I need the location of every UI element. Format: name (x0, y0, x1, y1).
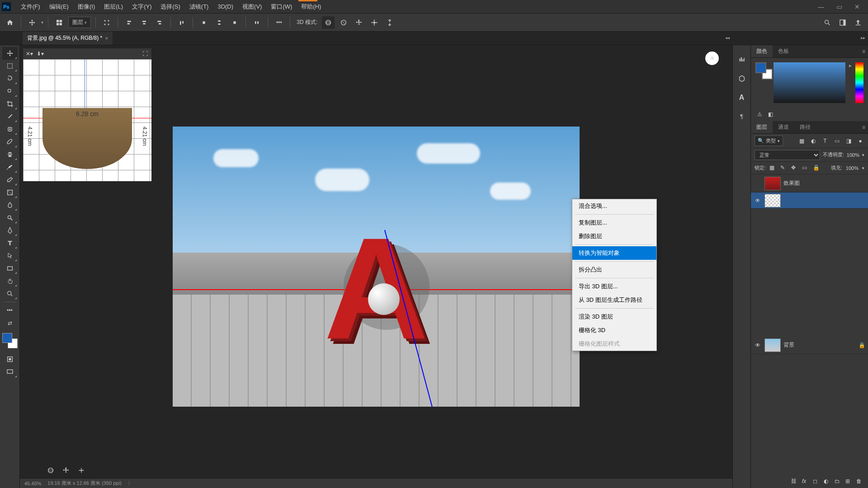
color-field[interactable] (774, 62, 845, 103)
path-select-tool[interactable] (2, 249, 18, 262)
warning-icon[interactable]: ⚠ (755, 110, 764, 118)
align-vertical-icon[interactable] (250, 16, 263, 29)
hue-slider[interactable] (855, 62, 863, 103)
filter-smart-icon[interactable]: ◨ (844, 137, 853, 145)
status-chevron-icon[interactable]: 〉 (128, 480, 133, 487)
move-tool[interactable] (2, 47, 18, 60)
filter-adjust-icon[interactable]: ◐ (809, 137, 817, 145)
lock-artboard-icon[interactable]: ▭ (802, 164, 809, 172)
close-view-icon[interactable]: ✕▾ (26, 50, 33, 57)
tab-channels[interactable]: 通道 (773, 121, 794, 133)
share-icon[interactable] (852, 16, 864, 29)
opacity-value[interactable]: 100% (847, 152, 859, 158)
menu-type[interactable]: 文字(Y) (127, 3, 156, 11)
adjustment-layer-icon[interactable]: ◐ (824, 478, 832, 486)
menu-file[interactable]: 文件(F) (16, 3, 45, 11)
window-close[interactable]: ✕ (848, 1, 866, 13)
distribute-center-v-icon[interactable] (213, 16, 226, 29)
swap-colors-icon[interactable]: ⇄ (2, 317, 18, 329)
more-options-icon[interactable]: ••• (273, 16, 285, 29)
lock-image-icon[interactable]: ✎ (780, 164, 788, 172)
ctx-blend-options[interactable]: 混合选项... (572, 199, 656, 213)
crop-tool[interactable] (2, 98, 18, 110)
expand-view-icon[interactable]: ⛶ (142, 50, 149, 57)
orbit-view-icon[interactable] (45, 465, 57, 476)
blur-tool[interactable] (2, 199, 18, 211)
history-brush-tool[interactable] (2, 161, 18, 174)
search-icon[interactable] (821, 16, 834, 29)
marquee-tool[interactable] (2, 60, 18, 72)
visibility-toggle[interactable] (754, 179, 762, 188)
lock-position-icon[interactable]: ✥ (791, 164, 798, 172)
zoom-view-icon[interactable] (75, 465, 87, 476)
lock-transparency-icon[interactable]: ▦ (769, 164, 777, 172)
workspace-icon[interactable] (836, 16, 849, 29)
window-maximize[interactable]: ▭ (830, 1, 848, 13)
panel-color-swatches[interactable] (755, 62, 770, 77)
auto-select-icon[interactable] (53, 16, 66, 29)
3d-panel-icon[interactable] (736, 73, 747, 84)
filter-pixel-icon[interactable]: ▦ (797, 137, 806, 145)
ctx-export-3d[interactable]: 导出 3D 图层... (572, 280, 656, 293)
swap-view-icon[interactable]: ⬇▾ (37, 50, 44, 57)
layer-select[interactable]: 图层 ▾ (68, 17, 91, 28)
color-swatches[interactable] (2, 333, 18, 348)
transform-controls-icon[interactable] (100, 16, 113, 29)
panel-menu-icon[interactable]: ≡ (862, 48, 865, 55)
eraser-tool[interactable] (2, 174, 18, 186)
layer-row[interactable]: 效果图 (751, 174, 868, 192)
menu-edit[interactable]: 编辑(E) (45, 3, 73, 11)
type-tool[interactable] (2, 237, 18, 249)
delete-layer-icon[interactable]: 🗑 (856, 478, 864, 486)
lighting-toggle-icon[interactable]: ☀ (705, 52, 719, 65)
quick-select-tool[interactable] (2, 85, 18, 98)
align-top-icon[interactable] (175, 16, 188, 29)
filter-type-select[interactable]: 🔍 类型 ▾ (755, 136, 783, 146)
menu-image[interactable]: 图像(I) (73, 3, 99, 11)
ctx-delete-layer[interactable]: 删除图层 (572, 230, 656, 243)
fill-value[interactable]: 100% (846, 165, 859, 171)
brush-tool[interactable] (2, 136, 18, 148)
layer-fx-icon[interactable]: fx (802, 478, 810, 486)
distribute-top-icon[interactable] (198, 16, 210, 29)
3d-roll-icon[interactable] (337, 16, 350, 29)
quickmask-icon[interactable] (2, 353, 18, 366)
collapse-right-indicator[interactable]: ▸▸ (861, 35, 865, 40)
menu-help[interactable]: 帮助(H) (297, 3, 326, 11)
layer-thumbnail[interactable] (764, 338, 781, 352)
menu-layer[interactable]: 图层(L) (99, 3, 127, 11)
layer-mask-icon[interactable]: ◻ (813, 478, 821, 486)
document-tab[interactable]: 背景.jpg @ 45.5% (A, RGB/8) * × (23, 32, 113, 45)
foreground-color[interactable] (2, 333, 12, 343)
layers-panel-menu-icon[interactable]: ≡ (862, 124, 865, 131)
menu-view[interactable]: 视图(V) (238, 3, 266, 11)
layer-thumbnail[interactable] (764, 194, 781, 207)
collapse-left-indicator[interactable]: ◂◂ (725, 35, 730, 40)
new-layer-icon[interactable]: ⊞ (845, 478, 854, 486)
ctx-convert-smart-object[interactable]: 转换为智能对象 (572, 246, 656, 260)
3d-pan-icon[interactable] (353, 16, 365, 29)
visibility-toggle[interactable]: 👁 (754, 341, 762, 349)
screenmode-icon[interactable] (2, 366, 18, 378)
layer-row[interactable]: 👁 (751, 192, 868, 209)
filter-type-icon[interactable]: T (821, 137, 829, 145)
lasso-tool[interactable] (2, 72, 18, 85)
align-left-icon[interactable] (123, 16, 135, 29)
layer-name-text[interactable]: 效果图 (783, 179, 800, 187)
distribute-bottom-icon[interactable] (228, 16, 241, 29)
menu-3d[interactable]: 3D(D) (213, 3, 238, 10)
lock-all-icon[interactable]: 🔒 (813, 164, 820, 172)
layer-thumbnail[interactable] (764, 177, 781, 190)
histogram-panel-icon[interactable] (736, 54, 747, 65)
tab-color[interactable]: 颜色 (751, 45, 773, 57)
secondary-view-canvas[interactable]: 6.28 cm 4.21 cm 4.21 cm (23, 59, 151, 181)
secondary-3d-view[interactable]: ✕▾ ⬇▾ ⛶ 6.28 cm 4.21 cm 4.21 cm (23, 48, 152, 182)
3d-light-widget[interactable] (368, 283, 400, 315)
gradient-tool[interactable] (2, 186, 18, 199)
blend-mode-select[interactable]: 正常 (755, 150, 820, 160)
eyedropper-tool[interactable] (2, 110, 18, 123)
tab-layers[interactable]: 图层 (751, 121, 773, 133)
move-tool-icon[interactable] (26, 16, 38, 29)
layer-name-text[interactable]: 背景 (783, 341, 794, 349)
tab-swatches[interactable]: 色板 (773, 45, 794, 57)
